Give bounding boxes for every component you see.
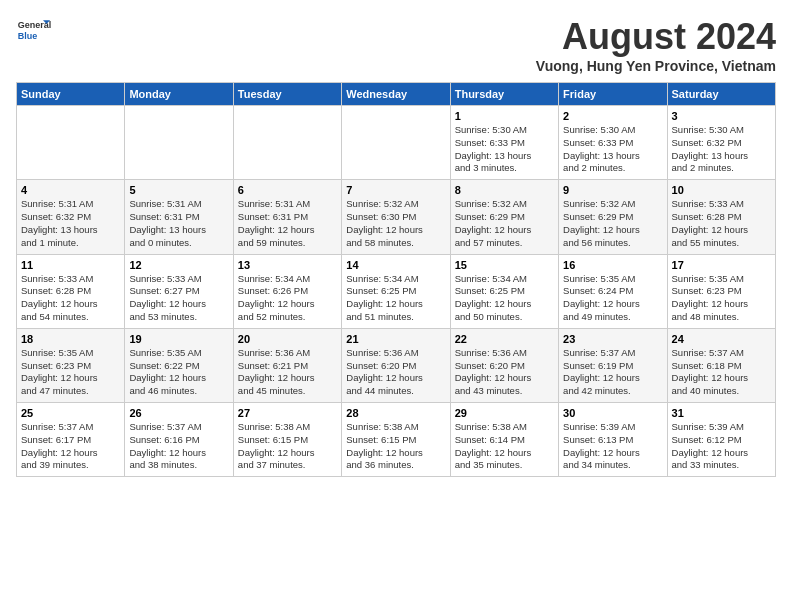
calendar-cell: 15Sunrise: 5:34 AM Sunset: 6:25 PM Dayli… bbox=[450, 254, 558, 328]
calendar-cell: 24Sunrise: 5:37 AM Sunset: 6:18 PM Dayli… bbox=[667, 328, 775, 402]
day-number: 5 bbox=[129, 184, 228, 196]
day-info: Sunrise: 5:31 AM Sunset: 6:32 PM Dayligh… bbox=[21, 198, 120, 249]
calendar-cell: 27Sunrise: 5:38 AM Sunset: 6:15 PM Dayli… bbox=[233, 403, 341, 477]
location-subtitle: Vuong, Hung Yen Province, Vietnam bbox=[536, 58, 776, 74]
day-info: Sunrise: 5:39 AM Sunset: 6:13 PM Dayligh… bbox=[563, 421, 662, 472]
day-info: Sunrise: 5:37 AM Sunset: 6:16 PM Dayligh… bbox=[129, 421, 228, 472]
day-info: Sunrise: 5:34 AM Sunset: 6:25 PM Dayligh… bbox=[346, 273, 445, 324]
day-info: Sunrise: 5:36 AM Sunset: 6:20 PM Dayligh… bbox=[455, 347, 554, 398]
day-number: 29 bbox=[455, 407, 554, 419]
calendar-cell: 22Sunrise: 5:36 AM Sunset: 6:20 PM Dayli… bbox=[450, 328, 558, 402]
day-info: Sunrise: 5:34 AM Sunset: 6:26 PM Dayligh… bbox=[238, 273, 337, 324]
calendar-cell bbox=[342, 106, 450, 180]
day-number: 3 bbox=[672, 110, 771, 122]
calendar-cell: 28Sunrise: 5:38 AM Sunset: 6:15 PM Dayli… bbox=[342, 403, 450, 477]
calendar-week-1: 1Sunrise: 5:30 AM Sunset: 6:33 PM Daylig… bbox=[17, 106, 776, 180]
day-number: 12 bbox=[129, 259, 228, 271]
day-info: Sunrise: 5:33 AM Sunset: 6:28 PM Dayligh… bbox=[672, 198, 771, 249]
weekday-header-sunday: Sunday bbox=[17, 83, 125, 106]
calendar-cell: 17Sunrise: 5:35 AM Sunset: 6:23 PM Dayli… bbox=[667, 254, 775, 328]
day-number: 22 bbox=[455, 333, 554, 345]
day-number: 31 bbox=[672, 407, 771, 419]
calendar-cell: 11Sunrise: 5:33 AM Sunset: 6:28 PM Dayli… bbox=[17, 254, 125, 328]
day-number: 19 bbox=[129, 333, 228, 345]
day-number: 26 bbox=[129, 407, 228, 419]
calendar-cell: 18Sunrise: 5:35 AM Sunset: 6:23 PM Dayli… bbox=[17, 328, 125, 402]
logo-icon: General Blue bbox=[16, 16, 52, 46]
day-info: Sunrise: 5:35 AM Sunset: 6:23 PM Dayligh… bbox=[672, 273, 771, 324]
day-number: 11 bbox=[21, 259, 120, 271]
day-info: Sunrise: 5:35 AM Sunset: 6:24 PM Dayligh… bbox=[563, 273, 662, 324]
day-info: Sunrise: 5:38 AM Sunset: 6:15 PM Dayligh… bbox=[346, 421, 445, 472]
day-info: Sunrise: 5:36 AM Sunset: 6:20 PM Dayligh… bbox=[346, 347, 445, 398]
calendar-cell: 10Sunrise: 5:33 AM Sunset: 6:28 PM Dayli… bbox=[667, 180, 775, 254]
day-info: Sunrise: 5:35 AM Sunset: 6:22 PM Dayligh… bbox=[129, 347, 228, 398]
calendar-cell: 25Sunrise: 5:37 AM Sunset: 6:17 PM Dayli… bbox=[17, 403, 125, 477]
weekday-header-wednesday: Wednesday bbox=[342, 83, 450, 106]
day-info: Sunrise: 5:32 AM Sunset: 6:29 PM Dayligh… bbox=[455, 198, 554, 249]
calendar-cell: 4Sunrise: 5:31 AM Sunset: 6:32 PM Daylig… bbox=[17, 180, 125, 254]
day-number: 16 bbox=[563, 259, 662, 271]
calendar-cell bbox=[233, 106, 341, 180]
day-info: Sunrise: 5:33 AM Sunset: 6:27 PM Dayligh… bbox=[129, 273, 228, 324]
day-number: 1 bbox=[455, 110, 554, 122]
calendar-week-5: 25Sunrise: 5:37 AM Sunset: 6:17 PM Dayli… bbox=[17, 403, 776, 477]
weekday-header-monday: Monday bbox=[125, 83, 233, 106]
calendar-cell: 9Sunrise: 5:32 AM Sunset: 6:29 PM Daylig… bbox=[559, 180, 667, 254]
month-title: August 2024 bbox=[536, 16, 776, 58]
calendar-cell: 2Sunrise: 5:30 AM Sunset: 6:33 PM Daylig… bbox=[559, 106, 667, 180]
day-info: Sunrise: 5:38 AM Sunset: 6:14 PM Dayligh… bbox=[455, 421, 554, 472]
day-number: 17 bbox=[672, 259, 771, 271]
calendar-cell: 7Sunrise: 5:32 AM Sunset: 6:30 PM Daylig… bbox=[342, 180, 450, 254]
weekday-header-saturday: Saturday bbox=[667, 83, 775, 106]
calendar-cell: 5Sunrise: 5:31 AM Sunset: 6:31 PM Daylig… bbox=[125, 180, 233, 254]
calendar-cell: 19Sunrise: 5:35 AM Sunset: 6:22 PM Dayli… bbox=[125, 328, 233, 402]
day-info: Sunrise: 5:36 AM Sunset: 6:21 PM Dayligh… bbox=[238, 347, 337, 398]
day-info: Sunrise: 5:30 AM Sunset: 6:33 PM Dayligh… bbox=[563, 124, 662, 175]
day-number: 21 bbox=[346, 333, 445, 345]
calendar-cell: 3Sunrise: 5:30 AM Sunset: 6:32 PM Daylig… bbox=[667, 106, 775, 180]
day-info: Sunrise: 5:32 AM Sunset: 6:29 PM Dayligh… bbox=[563, 198, 662, 249]
calendar-table: SundayMondayTuesdayWednesdayThursdayFrid… bbox=[16, 82, 776, 477]
calendar-cell bbox=[125, 106, 233, 180]
day-number: 14 bbox=[346, 259, 445, 271]
calendar-cell: 1Sunrise: 5:30 AM Sunset: 6:33 PM Daylig… bbox=[450, 106, 558, 180]
day-info: Sunrise: 5:39 AM Sunset: 6:12 PM Dayligh… bbox=[672, 421, 771, 472]
svg-text:Blue: Blue bbox=[18, 31, 38, 41]
calendar-cell: 26Sunrise: 5:37 AM Sunset: 6:16 PM Dayli… bbox=[125, 403, 233, 477]
calendar-cell: 12Sunrise: 5:33 AM Sunset: 6:27 PM Dayli… bbox=[125, 254, 233, 328]
weekday-header-thursday: Thursday bbox=[450, 83, 558, 106]
calendar-week-2: 4Sunrise: 5:31 AM Sunset: 6:32 PM Daylig… bbox=[17, 180, 776, 254]
calendar-cell: 6Sunrise: 5:31 AM Sunset: 6:31 PM Daylig… bbox=[233, 180, 341, 254]
logo: General Blue bbox=[16, 16, 52, 46]
day-number: 15 bbox=[455, 259, 554, 271]
day-number: 9 bbox=[563, 184, 662, 196]
calendar-cell: 20Sunrise: 5:36 AM Sunset: 6:21 PM Dayli… bbox=[233, 328, 341, 402]
day-number: 7 bbox=[346, 184, 445, 196]
calendar-cell: 8Sunrise: 5:32 AM Sunset: 6:29 PM Daylig… bbox=[450, 180, 558, 254]
day-info: Sunrise: 5:35 AM Sunset: 6:23 PM Dayligh… bbox=[21, 347, 120, 398]
calendar-cell: 23Sunrise: 5:37 AM Sunset: 6:19 PM Dayli… bbox=[559, 328, 667, 402]
day-info: Sunrise: 5:31 AM Sunset: 6:31 PM Dayligh… bbox=[129, 198, 228, 249]
day-number: 13 bbox=[238, 259, 337, 271]
title-block: August 2024 Vuong, Hung Yen Province, Vi… bbox=[536, 16, 776, 74]
calendar-cell: 29Sunrise: 5:38 AM Sunset: 6:14 PM Dayli… bbox=[450, 403, 558, 477]
day-number: 6 bbox=[238, 184, 337, 196]
calendar-week-3: 11Sunrise: 5:33 AM Sunset: 6:28 PM Dayli… bbox=[17, 254, 776, 328]
calendar-cell: 31Sunrise: 5:39 AM Sunset: 6:12 PM Dayli… bbox=[667, 403, 775, 477]
page-header: General Blue August 2024 Vuong, Hung Yen… bbox=[16, 16, 776, 74]
day-info: Sunrise: 5:37 AM Sunset: 6:17 PM Dayligh… bbox=[21, 421, 120, 472]
calendar-week-4: 18Sunrise: 5:35 AM Sunset: 6:23 PM Dayli… bbox=[17, 328, 776, 402]
calendar-cell: 13Sunrise: 5:34 AM Sunset: 6:26 PM Dayli… bbox=[233, 254, 341, 328]
day-number: 8 bbox=[455, 184, 554, 196]
day-info: Sunrise: 5:32 AM Sunset: 6:30 PM Dayligh… bbox=[346, 198, 445, 249]
day-number: 23 bbox=[563, 333, 662, 345]
day-info: Sunrise: 5:30 AM Sunset: 6:33 PM Dayligh… bbox=[455, 124, 554, 175]
day-number: 2 bbox=[563, 110, 662, 122]
day-info: Sunrise: 5:38 AM Sunset: 6:15 PM Dayligh… bbox=[238, 421, 337, 472]
calendar-cell: 14Sunrise: 5:34 AM Sunset: 6:25 PM Dayli… bbox=[342, 254, 450, 328]
weekday-header-friday: Friday bbox=[559, 83, 667, 106]
day-number: 27 bbox=[238, 407, 337, 419]
day-info: Sunrise: 5:31 AM Sunset: 6:31 PM Dayligh… bbox=[238, 198, 337, 249]
calendar-cell: 16Sunrise: 5:35 AM Sunset: 6:24 PM Dayli… bbox=[559, 254, 667, 328]
